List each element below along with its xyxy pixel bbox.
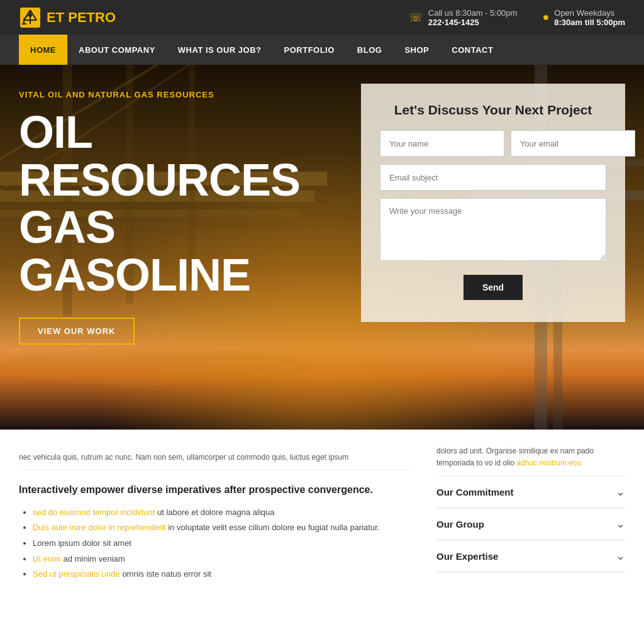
hero-title-line1: OIL <box>19 109 296 157</box>
nav-job[interactable]: WHAT IS OUR JOB? <box>167 35 273 65</box>
svg-point-5 <box>28 13 32 17</box>
logo-prefix: ET <box>47 9 68 25</box>
clock-icon: ● <box>542 11 549 24</box>
scrolled-text-left: nec vehicula quis, rutrum ac nunc. Nam n… <box>19 442 411 470</box>
nav-portfolio[interactable]: PORTFOLIO <box>273 35 346 65</box>
section-heading: Interactively empower diverse imperative… <box>19 483 411 497</box>
list-item: Sed ut perspiciatis unde omnis iste natu… <box>33 567 411 582</box>
list-item: Ut enim ad minim veniam <box>33 552 411 567</box>
accordion: Our Commitment ⌄ Our Group ⌄ Our Experti… <box>436 476 625 572</box>
bullet-list: sed do eiusmod tempor incididunt ut labo… <box>19 505 411 582</box>
phone-number: 222-145-1425 <box>428 18 518 27</box>
accordion-expertise-label: Our Expertise <box>436 551 498 562</box>
list-item: Lorem ipsum dolor sit amet <box>33 536 411 552</box>
top-bar: ET PETRO ☏ Call us 8:30am - 5:00pm 222-1… <box>0 0 644 35</box>
nav-home[interactable]: HOME <box>19 35 67 65</box>
accordion-group-chevron: ⌄ <box>616 517 625 531</box>
hours-value: 8:30am till 5:00pm <box>554 18 625 27</box>
nav-shop[interactable]: SHOP <box>393 35 440 65</box>
hero-content: VITAL OIL AND NATURAL GAS RESOURCES OIL … <box>0 65 314 364</box>
bottom-section: nec vehicula quis, rutrum ac nunc. Nam n… <box>0 430 644 601</box>
scrolled-text-left-content: nec vehicula quis, rutrum ac nunc. Nam n… <box>19 453 348 462</box>
call-label: Call us 8:30am - 5:00pm <box>428 8 518 18</box>
accordion-commitment-label: Our Commitment <box>436 487 514 497</box>
scrolled-text-right: dolors ad unit. Organise similique ex na… <box>436 436 625 476</box>
send-button[interactable]: Send <box>464 275 523 300</box>
nav-contact[interactable]: CONTACT <box>440 35 504 65</box>
form-name-email-row <box>380 130 606 157</box>
accordion-group-label: Our Group <box>436 519 484 530</box>
nav-bar: HOME ABOUT COMPANY WHAT IS OUR JOB? PORT… <box>0 35 644 65</box>
accordion-commitment[interactable]: Our Commitment ⌄ <box>436 476 625 508</box>
phone-icon: ☏ <box>409 11 423 25</box>
accordion-expertise[interactable]: Our Expertise ⌄ <box>436 540 625 572</box>
hero-title: OIL RESOURCES GAS GASOLINE <box>19 109 296 299</box>
contact-form: Let's Discuss Your Next Project Send <box>361 84 625 322</box>
message-textarea[interactable] <box>380 198 606 261</box>
hours-info: ● Open Weekdays 8:30am till 5:00pm <box>542 8 625 27</box>
hero-title-line2: RESOURCES <box>19 157 296 204</box>
hours-label: Open Weekdays <box>554 8 614 18</box>
nav-blog[interactable]: BLOG <box>346 35 394 65</box>
hero-cta-button[interactable]: VIEW OUR WORK <box>19 318 135 345</box>
bottom-left: nec vehicula quis, rutrum ac nunc. Nam n… <box>19 430 411 582</box>
contact-info: ☏ Call us 8:30am - 5:00pm 222-145-1425 ●… <box>409 8 625 27</box>
form-title: Let's Discuss Your Next Project <box>380 103 606 118</box>
accordion-group[interactable]: Our Group ⌄ <box>436 508 625 540</box>
phone-info: ☏ Call us 8:30am - 5:00pm 222-145-1425 <box>409 8 518 27</box>
logo-icon <box>19 6 42 29</box>
list-item: sed do eiusmod tempor incididunt ut labo… <box>33 505 411 521</box>
hero-subtitle: VITAL OIL AND NATURAL GAS RESOURCES <box>19 90 296 99</box>
logo: ET PETRO <box>19 6 116 29</box>
subject-input[interactable] <box>380 164 606 191</box>
name-input[interactable] <box>380 130 504 157</box>
email-input[interactable] <box>511 130 635 157</box>
bottom-right: dolors ad unit. Organise similique ex na… <box>436 430 625 582</box>
hero-title-line4: GASOLINE <box>19 252 296 299</box>
logo-highlight: PETRO <box>68 9 116 25</box>
nav-about[interactable]: ABOUT COMPANY <box>67 35 167 65</box>
accordion-commitment-chevron: ⌄ <box>616 485 625 499</box>
hero-title-line3: GAS <box>19 204 296 252</box>
list-item: Duis aute irure dolor in reprehenderit i… <box>33 520 411 536</box>
scrolled-link[interactable]: adhuc nostrum eos. <box>516 458 582 467</box>
logo-text: ET PETRO <box>47 9 116 26</box>
hero-section: VITAL OIL AND NATURAL GAS RESOURCES OIL … <box>0 65 644 430</box>
accordion-expertise-chevron: ⌄ <box>616 549 625 563</box>
